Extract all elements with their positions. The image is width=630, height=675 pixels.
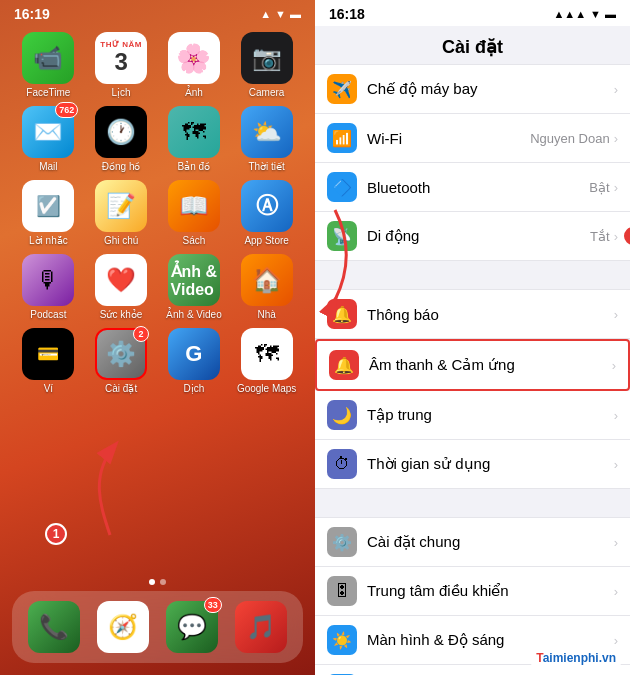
photos2-label: Ảnh & Video [166, 309, 222, 320]
screentime-chevron: › [614, 457, 618, 472]
taimienphi-name: aimienphi [543, 651, 599, 665]
controlcenter-item[interactable]: 🎛 Trung tâm điều khiển › [315, 567, 630, 616]
weather-app[interactable]: ⛅ Thời tiết [235, 106, 299, 172]
airplane-mode-item[interactable]: ✈️ Chế độ máy bay › [315, 64, 630, 114]
googlemaps-label: Google Maps [237, 383, 296, 394]
dot-1 [149, 579, 155, 585]
focus-label: Tập trung [367, 406, 614, 424]
calendar-app[interactable]: THỨ NĂM 3 Lịch [89, 32, 153, 98]
clock-app[interactable]: 🕐 Đồng hồ [89, 106, 153, 172]
bluetooth-value: Bật [589, 180, 609, 195]
left-time: 16:19 [14, 6, 50, 22]
settings-label: Cài đặt [105, 383, 137, 394]
health-icon: ❤️ [95, 254, 147, 306]
googlemaps-app[interactable]: 🗺 Google Maps [235, 328, 299, 394]
controlcenter-icon: 🎛 [327, 576, 357, 606]
taimienphi-vn: .vn [599, 651, 616, 665]
podcast-label: Podcast [30, 309, 66, 320]
app-row-1: 📹 FaceTime THỨ NĂM 3 Lịch 🌸 Ảnh 📷 Camera [12, 32, 303, 98]
display-icon: ☀️ [327, 625, 357, 655]
podcast-app[interactable]: 🎙 Podcast [16, 254, 80, 320]
appstore-icon: Ⓐ [241, 180, 293, 232]
sound-label: Âm thanh & Cảm ứng [369, 356, 612, 374]
reminders-app[interactable]: ☑️ Lời nhắc [16, 180, 80, 246]
airplane-label: Chế độ máy bay [367, 80, 614, 98]
facetime-icon: 📹 [22, 32, 74, 84]
googlemaps-icon: 🗺 [241, 328, 293, 380]
wifi-label: Wi-Fi [367, 130, 530, 147]
notifications-label: Thông báo [367, 306, 614, 323]
books-icon: 📖 [168, 180, 220, 232]
photos2-app[interactable]: Ảnh &Video Ảnh & Video [162, 254, 226, 320]
music-dock[interactable]: 🎵 [229, 601, 293, 653]
screentime-label: Thời gian sử dụng [367, 455, 614, 473]
mobile-chevron: › [614, 229, 618, 244]
general-chevron: › [614, 535, 618, 550]
home-label: Nhà [257, 309, 275, 320]
sound-item[interactable]: 🔔 Âm thanh & Cảm ứng › [315, 339, 630, 391]
right-time: 16:18 [329, 6, 365, 22]
signal-icon: ▲ [260, 8, 271, 20]
display-label: Màn hình & Độ sáng [367, 631, 614, 649]
wallet-app[interactable]: 💳 Ví [16, 328, 80, 394]
photos-app[interactable]: 🌸 Ảnh [162, 32, 226, 98]
screentime-item[interactable]: ⏱ Thời gian sử dụng › [315, 440, 630, 489]
mobile-item[interactable]: 📡 Di động Tắt › 2 [315, 212, 630, 261]
photos-label: Ảnh [185, 87, 203, 98]
circle-num-1: 1 [45, 523, 67, 545]
safari-dock-icon: 🧭 [97, 601, 149, 653]
music-dock-icon: 🎵 [235, 601, 287, 653]
phone-dock-icon: 📞 [28, 601, 80, 653]
left-panel: 16:19 ▲ ▼ ▬ 📹 FaceTime THỨ NĂM 3 Lịch 🌸 [0, 0, 315, 675]
mail-label: Mail [39, 161, 57, 172]
app-row-4: 🎙 Podcast ❤️ Sức khỏe Ảnh &Video Ảnh & V… [12, 254, 303, 320]
display-chevron: › [614, 633, 618, 648]
bluetooth-item[interactable]: 🔷 Bluetooth Bật › [315, 163, 630, 212]
general-item[interactable]: ⚙️ Cài đặt chung › [315, 517, 630, 567]
controlcenter-label: Trung tâm điều khiển [367, 582, 614, 600]
settings-list: ✈️ Chế độ máy bay › 📶 Wi-Fi Nguyen Doan … [315, 64, 630, 675]
safari-dock[interactable]: 🧭 [91, 601, 155, 653]
calendar-label: Lịch [112, 87, 131, 98]
photos-icon: 🌸 [168, 32, 220, 84]
books-app[interactable]: 📖 Sách [162, 180, 226, 246]
health-app[interactable]: ❤️ Sức khỏe [89, 254, 153, 320]
maps-app[interactable]: 🗺 Bản đồ [162, 106, 226, 172]
photos2-icon: Ảnh &Video [168, 254, 220, 306]
dot-2 [160, 579, 166, 585]
settings-section-notifications: 🔔 Thông báo › 🔔 Âm thanh & Cảm ứng › 🌙 T… [315, 289, 630, 489]
wifi-item[interactable]: 📶 Wi-Fi Nguyen Doan › [315, 114, 630, 163]
mail-icon: ✉️ 762 [22, 106, 74, 158]
bluetooth-icon: 🔷 [327, 172, 357, 202]
settings-app[interactable]: ⚙️ 2 Cài đặt [89, 328, 153, 394]
home-icon: 🏠 [241, 254, 293, 306]
left-status-icons: ▲ ▼ ▬ [260, 8, 301, 20]
podcast-icon: 🎙 [22, 254, 74, 306]
weather-icon: ⛅ [241, 106, 293, 158]
camera-app[interactable]: 📷 Camera [235, 32, 299, 98]
notifications-item[interactable]: 🔔 Thông báo › [315, 289, 630, 339]
notes-app[interactable]: 📝 Ghi chú [89, 180, 153, 246]
home-app[interactable]: 🏠 Nhà [235, 254, 299, 320]
focus-chevron: › [614, 408, 618, 423]
facetime-label: FaceTime [26, 87, 70, 98]
left-status-bar: 16:19 ▲ ▼ ▬ [0, 0, 315, 24]
app-row-2: ✉️ 762 Mail 🕐 Đồng hồ 🗺 Bản đồ ⛅ Thời ti… [12, 106, 303, 172]
battery-icon: ▬ [290, 8, 301, 20]
appstore-app[interactable]: Ⓐ App Store [235, 180, 299, 246]
translate-app[interactable]: G Dịch [162, 328, 226, 394]
mail-app[interactable]: ✉️ 762 Mail [16, 106, 80, 172]
right-wifi-icon: ▼ [590, 8, 601, 20]
weather-label: Thời tiết [248, 161, 284, 172]
airplane-icon: ✈️ [327, 74, 357, 104]
dock: 📞 🧭 💬 33 🎵 [12, 591, 303, 663]
settings-section-connectivity: ✈️ Chế độ máy bay › 📶 Wi-Fi Nguyen Doan … [315, 64, 630, 261]
wallet-icon: 💳 [22, 328, 74, 380]
focus-item[interactable]: 🌙 Tập trung › [315, 391, 630, 440]
facetime-app[interactable]: 📹 FaceTime [16, 32, 80, 98]
notes-label: Ghi chú [104, 235, 138, 246]
app-row-3: ☑️ Lời nhắc 📝 Ghi chú 📖 Sách Ⓐ App Store [12, 180, 303, 246]
messages-dock[interactable]: 💬 33 [160, 601, 224, 653]
phone-dock[interactable]: 📞 [22, 601, 86, 653]
wifi-icon: 📶 [327, 123, 357, 153]
